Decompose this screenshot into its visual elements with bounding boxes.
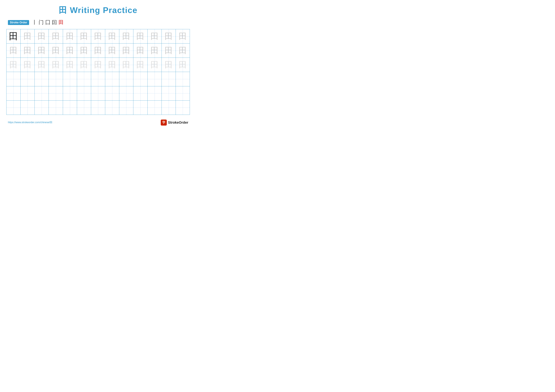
grid-cell[interactable]: 田 [21,43,35,57]
grid-cell[interactable]: 田 [35,29,49,43]
grid-cell[interactable]: 田 [49,43,63,57]
grid-cell[interactable]: 田 [77,58,91,72]
grid-cell[interactable] [105,86,119,100]
character-guide: 田 [9,46,18,55]
grid-cell[interactable] [49,72,63,86]
grid-cell[interactable] [91,100,105,115]
grid-cell[interactable] [176,72,190,86]
grid-cell[interactable]: 田 [49,29,63,43]
grid-cell[interactable]: 田 [35,58,49,72]
grid-cell[interactable] [49,100,63,115]
grid-cell[interactable] [162,86,176,100]
grid-cell[interactable] [21,86,35,100]
grid-cell[interactable] [91,86,105,100]
grid-cell[interactable]: 田 [105,29,119,43]
grid-cell[interactable]: 田 [35,43,49,57]
stroke-order-badge: Stroke Order [8,20,29,25]
grid-cell[interactable] [105,72,119,86]
grid-cell[interactable]: 田 [63,58,77,72]
grid-cell[interactable] [119,86,133,100]
character-guide: 田 [165,46,173,55]
grid-cell[interactable]: 田 [162,43,176,57]
grid-cell[interactable]: 田 [21,29,35,43]
grid-cell[interactable] [148,72,162,86]
grid-cell[interactable] [148,100,162,115]
grid-cell[interactable]: 田 [7,58,21,72]
grid-cell[interactable] [133,100,147,115]
grid-cell[interactable]: 田 [49,58,63,72]
stroke-step-3: 囗 [45,19,50,26]
grid-cell[interactable]: 田 [21,58,35,72]
grid-cell[interactable]: 田 [105,43,119,57]
grid-cell[interactable] [77,100,91,115]
grid-cell[interactable]: 田 [91,29,105,43]
grid-cell[interactable] [21,100,35,115]
grid-cell[interactable] [7,86,21,100]
grid-cell[interactable]: 田 [77,43,91,57]
grid-cell[interactable]: 田 [91,43,105,57]
grid-cell[interactable]: 田 [119,58,133,72]
grid-cell[interactable] [162,72,176,86]
grid-cell[interactable]: 田 [77,29,91,43]
grid-cell[interactable] [7,72,21,86]
grid-cell[interactable] [63,86,77,100]
grid-cell[interactable]: 田 [162,29,176,43]
grid-cell[interactable] [176,86,190,100]
grid-cell[interactable]: 田 [119,29,133,43]
grid-cell[interactable]: 田 [176,58,190,72]
grid-cell[interactable]: 田 [133,29,147,43]
grid-cell[interactable] [176,100,190,115]
grid-cell[interactable]: 田 [91,58,105,72]
grid-row-2: 田 田 田 田 田 田 田 田 田 田 田 田 田 [7,43,190,58]
grid-cell[interactable] [119,100,133,115]
footer-url[interactable]: https://www.strokeorder.com/chinese/田 [8,121,52,124]
stroke-steps: 丨 门 囗 囙 田 [32,19,64,26]
grid-cell[interactable] [7,100,21,115]
character-faint: 田 [9,61,18,69]
grid-cell[interactable] [77,86,91,100]
grid-cell[interactable] [91,72,105,86]
grid-cell[interactable] [35,86,49,100]
grid-cell[interactable] [148,86,162,100]
stroke-step-4: 囙 [52,19,57,26]
grid-cell[interactable] [49,86,63,100]
grid-cell[interactable]: 田 [133,58,147,72]
grid-cell[interactable] [21,72,35,86]
character-faint: 田 [66,61,74,69]
grid-cell[interactable]: 田 [148,43,162,57]
grid-cell[interactable] [119,72,133,86]
character-guide: 田 [23,46,32,55]
character-guide: 田 [66,32,74,41]
character-faint: 田 [52,61,60,69]
character-faint: 田 [150,61,159,69]
grid-cell[interactable] [133,72,147,86]
character-guide: 田 [150,46,159,55]
stroke-step-1: 丨 [32,19,37,26]
grid-cell[interactable]: 田 [119,43,133,57]
grid-cell[interactable]: 田 [176,29,190,43]
grid-cell[interactable] [35,72,49,86]
grid-cell[interactable]: 田 [148,58,162,72]
grid-cell[interactable]: 田 [105,58,119,72]
grid-cell[interactable]: 田 [162,58,176,72]
practice-grid: 田 田 田 田 田 田 田 田 田 田 田 田 田 田 田 田 田 田 田 田 … [6,29,190,115]
grid-cell[interactable] [63,72,77,86]
character-guide: 田 [122,32,130,41]
grid-cell[interactable]: 田 [63,29,77,43]
grid-cell[interactable] [63,100,77,115]
character-guide: 田 [52,46,60,55]
grid-cell[interactable]: 田 [176,43,190,57]
grid-cell[interactable]: 田 [148,29,162,43]
grid-cell[interactable] [77,72,91,86]
grid-cell[interactable]: 田 [63,43,77,57]
grid-cell[interactable]: 田 [133,43,147,57]
character-faint: 田 [80,61,88,69]
title-area: 田 Writing Practice [6,5,190,16]
grid-cell[interactable] [162,100,176,115]
grid-cell[interactable] [105,100,119,115]
grid-cell[interactable]: 田 [7,43,21,57]
grid-cell[interactable]: 田 [7,29,21,43]
grid-cell[interactable] [35,100,49,115]
character-guide: 田 [66,46,74,55]
grid-cell[interactable] [133,86,147,100]
